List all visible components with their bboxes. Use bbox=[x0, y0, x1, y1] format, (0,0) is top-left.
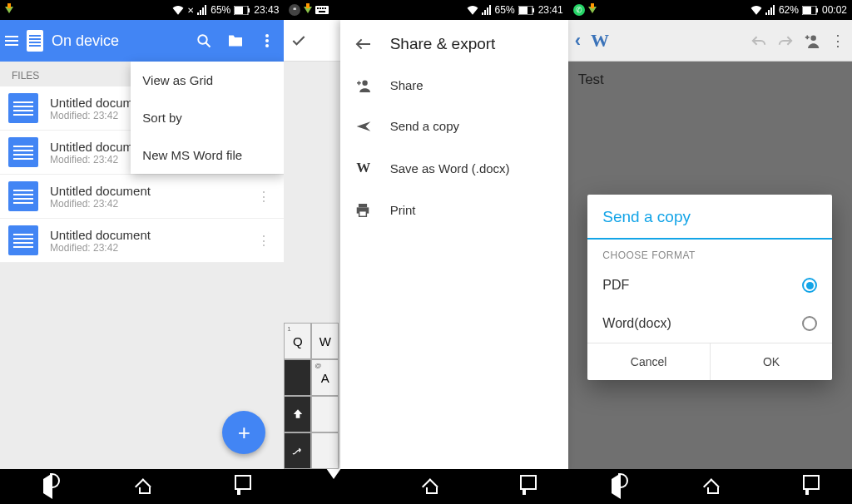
key-comma-partial[interactable] bbox=[311, 432, 339, 469]
file-row[interactable]: Untitled document Modified: 23:42 ⋮ bbox=[0, 219, 284, 263]
drawer-label: Share bbox=[390, 78, 424, 92]
drawer-item-send-copy[interactable]: Send a copy bbox=[340, 106, 568, 146]
done-icon[interactable] bbox=[290, 32, 307, 49]
row-overflow-icon[interactable]: ⋮ bbox=[252, 233, 275, 249]
nav-recent-icon[interactable] bbox=[805, 479, 809, 494]
option-label: PDF bbox=[602, 278, 629, 293]
nav-home-icon[interactable] bbox=[707, 479, 719, 494]
system-nav-bar bbox=[284, 469, 567, 504]
nav-recent-icon[interactable] bbox=[523, 479, 526, 494]
key-blank[interactable] bbox=[284, 359, 311, 396]
key-a[interactable]: @A bbox=[311, 359, 339, 396]
fab-new-document[interactable]: + bbox=[222, 411, 265, 454]
svg-rect-10 bbox=[319, 11, 325, 12]
svg-rect-16 bbox=[359, 204, 367, 207]
download-icon bbox=[588, 7, 597, 13]
search-icon[interactable] bbox=[192, 33, 215, 48]
svg-point-15 bbox=[362, 80, 367, 85]
row-overflow-icon[interactable]: ⋮ bbox=[252, 189, 275, 205]
battery-icon bbox=[234, 6, 250, 15]
phone-pane-share-export: ❝ 65% 23:41 A± + ⋮ 1Q W @A bbox=[284, 0, 567, 504]
format-option-pdf[interactable]: PDF bbox=[587, 266, 832, 304]
file-row[interactable]: Untitled document Modified: 23:42 ⋮ bbox=[0, 175, 284, 219]
battery-icon bbox=[518, 6, 535, 15]
svg-rect-13 bbox=[532, 8, 534, 12]
drawer-item-share[interactable]: Share bbox=[340, 65, 568, 106]
cancel-button[interactable]: Cancel bbox=[587, 343, 710, 380]
format-option-word[interactable]: Word(docx) bbox=[587, 304, 832, 343]
ok-button[interactable]: OK bbox=[710, 343, 833, 380]
nav-recent-icon[interactable] bbox=[237, 479, 240, 494]
key-shift[interactable] bbox=[284, 396, 311, 432]
menu-view-grid[interactable]: View as Grid bbox=[131, 62, 284, 99]
radio-unselected-icon bbox=[802, 316, 817, 331]
battery-percent: 62% bbox=[779, 4, 799, 16]
menu-new-word-file[interactable]: New MS Word file bbox=[131, 136, 284, 174]
dialog-subtitle: CHOOSE FORMAT bbox=[587, 240, 832, 266]
send-copy-dialog: Send a copy CHOOSE FORMAT PDF Word(docx)… bbox=[587, 195, 832, 380]
drawer-item-print[interactable]: Print bbox=[340, 190, 568, 230]
app-toolbar: On device bbox=[0, 20, 284, 62]
undo-icon[interactable] bbox=[750, 34, 767, 47]
menu-sort-by[interactable]: Sort by bbox=[131, 99, 284, 136]
drawer-title: Share & export bbox=[390, 35, 496, 53]
svg-rect-2 bbox=[248, 8, 250, 12]
phone-pane-docs-list: ✕ 65% 23:43 On device FILES Untitled doc… bbox=[0, 0, 284, 504]
download-icon bbox=[304, 7, 312, 13]
svg-rect-12 bbox=[519, 7, 528, 14]
svg-rect-6 bbox=[317, 7, 319, 9]
svg-rect-7 bbox=[320, 7, 321, 9]
doc-icon bbox=[8, 225, 38, 255]
key-w[interactable]: W bbox=[311, 323, 339, 359]
overflow-icon[interactable] bbox=[255, 34, 279, 47]
drawer-item-save-word[interactable]: W Save as Word (.docx) bbox=[340, 146, 568, 190]
key-q[interactable]: 1Q bbox=[284, 323, 311, 359]
wifi-icon bbox=[172, 5, 184, 15]
wifi-icon bbox=[467, 5, 478, 15]
no-signal-icon: ✕ bbox=[187, 6, 194, 15]
back-arrow-icon[interactable] bbox=[355, 37, 372, 51]
back-chevron-icon[interactable]: ‹ bbox=[575, 30, 581, 52]
nav-home-icon[interactable] bbox=[426, 479, 438, 494]
svg-rect-18 bbox=[359, 210, 366, 216]
file-title: Untitled document bbox=[50, 228, 252, 242]
wifi-icon bbox=[750, 5, 762, 15]
file-modified: Modified: 23:42 bbox=[50, 242, 252, 254]
clock: 00:02 bbox=[822, 4, 847, 16]
menu-icon[interactable] bbox=[5, 36, 18, 46]
redo-icon[interactable] bbox=[777, 34, 794, 47]
word-icon: W bbox=[355, 160, 372, 176]
print-icon bbox=[355, 204, 372, 217]
hangouts-icon: ❝ bbox=[289, 4, 300, 16]
doc-icon bbox=[8, 93, 38, 123]
toolbar-title[interactable]: On device bbox=[52, 32, 184, 50]
status-bar: ✆ 62% 00:02 bbox=[568, 0, 852, 20]
svg-point-22 bbox=[810, 35, 816, 41]
signal-icon bbox=[765, 5, 775, 15]
overflow-icon[interactable]: ⋮ bbox=[830, 32, 845, 50]
dialog-title: Send a copy bbox=[587, 195, 832, 240]
folder-icon[interactable] bbox=[224, 34, 247, 47]
whatsapp-icon: ✆ bbox=[573, 4, 585, 16]
key-swype[interactable] bbox=[284, 432, 311, 469]
clock: 23:41 bbox=[538, 4, 563, 16]
status-bar: ❝ 65% 23:41 bbox=[284, 0, 567, 20]
radio-selected-icon bbox=[802, 278, 817, 293]
share-export-drawer: Share & export Share Send a copy W Save … bbox=[340, 20, 568, 469]
nav-home-icon[interactable] bbox=[139, 479, 151, 494]
battery-icon bbox=[802, 6, 819, 15]
nav-back-icon[interactable] bbox=[612, 479, 621, 494]
svg-line-4 bbox=[206, 42, 211, 47]
word-toolbar: ‹ W ⋮ bbox=[568, 20, 852, 62]
svg-rect-20 bbox=[803, 7, 811, 14]
keyboard-fragment: 1Q W @A bbox=[284, 323, 342, 469]
drawer-label: Print bbox=[390, 203, 416, 217]
nav-back-icon[interactable] bbox=[326, 479, 341, 494]
add-person-icon[interactable] bbox=[804, 33, 820, 48]
svg-rect-8 bbox=[322, 7, 324, 9]
nav-back-icon[interactable] bbox=[43, 479, 52, 494]
phone-pane-send-copy-dialog: ✆ 62% 00:02 ‹ W ⋮ Test Send a copy CHOOS… bbox=[568, 0, 852, 504]
status-bar: ✕ 65% 23:43 bbox=[0, 0, 284, 20]
key-z-partial[interactable] bbox=[311, 396, 339, 432]
file-title: Untitled document bbox=[50, 184, 252, 198]
